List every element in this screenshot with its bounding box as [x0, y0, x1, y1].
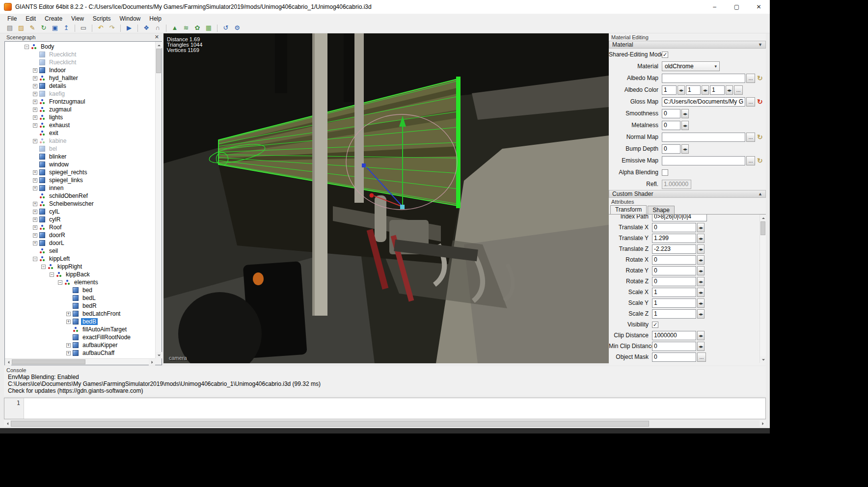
- scenegraph-node-bedL[interactable]: bedL: [5, 294, 155, 302]
- value-stepper-icon[interactable]: ◀▶: [697, 277, 705, 286]
- screenshot-icon[interactable]: ▭: [79, 24, 88, 32]
- albedo-color-1-field[interactable]: [686, 85, 701, 95]
- scrollbar-thumb[interactable]: [11, 421, 649, 427]
- expand-icon[interactable]: +: [33, 68, 37, 73]
- new-file-icon[interactable]: ▤: [5, 24, 15, 32]
- menu-create[interactable]: Create: [40, 14, 67, 23]
- browse-button[interactable]: ...: [746, 97, 755, 107]
- visibility-checkbox[interactable]: ✓: [652, 322, 658, 328]
- scroll-down-icon[interactable]: [760, 356, 766, 363]
- scenegraph-node-Body[interactable]: −Body: [5, 43, 155, 51]
- expand-icon[interactable]: +: [33, 100, 37, 104]
- smoothness-field[interactable]: [662, 109, 680, 118]
- export-file-icon[interactable]: ↥: [61, 24, 71, 32]
- terrain-sculpt-icon[interactable]: ▲: [170, 24, 180, 32]
- scenegraph-node-blinker[interactable]: blinker: [5, 153, 155, 161]
- scenegraph-node-window[interactable]: window: [5, 161, 155, 168]
- emissive-map-field[interactable]: [662, 156, 745, 165]
- attributes-vscrollbar[interactable]: [760, 215, 766, 363]
- scenegraph-vscrollbar[interactable]: [155, 42, 162, 358]
- expand-section-icon[interactable]: ▲: [758, 191, 762, 196]
- metalness-field[interactable]: [662, 121, 680, 130]
- shared-editing-mode-checkbox[interactable]: ✓: [662, 52, 668, 58]
- scenegraph-node-doorL[interactable]: +doorL: [5, 239, 155, 247]
- scenegraph-node-fillAutoAimTarget[interactable]: fillAutoAimTarget: [5, 325, 155, 333]
- expand-icon[interactable]: +: [33, 186, 37, 190]
- value-stepper-icon[interactable]: ◀▶: [702, 85, 709, 95]
- expand-icon[interactable]: +: [33, 202, 37, 206]
- value-stepper-icon[interactable]: ◀▶: [697, 288, 705, 297]
- collapse-section-icon[interactable]: ▼: [758, 42, 762, 47]
- save-file-icon[interactable]: ▣: [50, 24, 60, 32]
- menu-file[interactable]: File: [3, 14, 21, 23]
- expand-icon[interactable]: +: [33, 241, 37, 245]
- value-stepper-icon[interactable]: ◀▶: [697, 342, 705, 351]
- expand-icon[interactable]: +: [66, 351, 71, 355]
- gloss-map-field[interactable]: [662, 97, 745, 107]
- scale-z-field[interactable]: [652, 309, 696, 319]
- reload-map-icon[interactable]: ↻: [757, 75, 763, 81]
- scenegraph-node-spiegel_rechts[interactable]: +spiegel_rechts: [5, 168, 155, 176]
- scenegraph-node-kabine[interactable]: +kabine: [5, 137, 155, 145]
- expand-icon[interactable]: +: [33, 225, 37, 230]
- rotate-x-field[interactable]: [652, 255, 696, 265]
- reload-file-icon[interactable]: ↻: [39, 24, 49, 32]
- material-select[interactable]: oldChrome▾: [662, 61, 720, 71]
- reload-shaders-icon[interactable]: ↺: [221, 24, 231, 32]
- terrain-paint-icon[interactable]: ✿: [192, 24, 202, 32]
- collapse-icon[interactable]: −: [25, 45, 29, 49]
- scenegraph-node-exhaust[interactable]: +exhaust: [5, 121, 155, 129]
- collapse-icon[interactable]: −: [41, 265, 46, 269]
- scenegraph-node-kippBack[interactable]: −kippBack: [5, 271, 155, 278]
- reflection-field[interactable]: [662, 180, 691, 189]
- viewport-3d-scene[interactable]: [163, 33, 609, 363]
- translate-y-field[interactable]: [652, 234, 696, 243]
- terrain-smooth-icon[interactable]: ≋: [181, 24, 191, 32]
- value-stepper-icon[interactable]: ◀▶: [697, 234, 705, 243]
- scenegraph-node-lights[interactable]: +lights: [5, 113, 155, 121]
- browse-button[interactable]: ...: [734, 85, 743, 95]
- scenegraph-node-aufbauChaff[interactable]: +aufbauChaff: [5, 349, 155, 357]
- scrollbar-thumb[interactable]: [12, 359, 85, 364]
- value-stepper-icon[interactable]: ◀▶: [697, 309, 705, 319]
- scenegraph-node-Roof[interactable]: +Roof: [5, 223, 155, 231]
- scroll-down-icon[interactable]: [156, 352, 162, 358]
- scrollbar-thumb[interactable]: [156, 49, 161, 73]
- collapse-icon[interactable]: −: [58, 280, 62, 285]
- scenegraph-node-Ruecklicht[interactable]: Ruecklicht: [5, 51, 155, 58]
- value-stepper-icon[interactable]: ◀▶: [678, 85, 685, 95]
- expand-icon[interactable]: +: [66, 312, 71, 316]
- value-stepper-icon[interactable]: ◀▶: [681, 121, 689, 130]
- min-clip-distance-field[interactable]: [652, 342, 696, 351]
- play-icon[interactable]: ▶: [124, 24, 134, 32]
- scenegraph-node-doorR[interactable]: +doorR: [5, 231, 155, 239]
- scenegraph-node-innen[interactable]: +innen: [5, 184, 155, 192]
- browse-button[interactable]: ...: [746, 74, 755, 83]
- value-stepper-icon[interactable]: ◀▶: [697, 223, 705, 232]
- scenegraph-node-kippLeft[interactable]: −kippLeft: [5, 255, 155, 263]
- menu-edit[interactable]: Edit: [21, 14, 40, 23]
- scroll-right-icon[interactable]: [149, 359, 155, 365]
- value-stepper-icon[interactable]: ◀▶: [681, 144, 689, 154]
- albedo-color-0-field[interactable]: [662, 85, 677, 95]
- bottom-hscrollbar[interactable]: [4, 420, 766, 427]
- scenegraph-node-cylL[interactable]: +cylL: [5, 208, 155, 216]
- menu-scripts[interactable]: Scripts: [88, 14, 115, 23]
- scroll-up-icon[interactable]: [760, 215, 766, 221]
- scenegraph-node-aufbauKipper[interactable]: +aufbauKipper: [5, 341, 155, 349]
- value-stepper-icon[interactable]: ◀▶: [697, 266, 705, 275]
- rotate-y-field[interactable]: [652, 266, 696, 275]
- expand-icon[interactable]: +: [33, 178, 37, 183]
- scenegraph-node-bedLatchFront[interactable]: +bedLatchFront: [5, 310, 155, 318]
- expand-icon[interactable]: +: [66, 320, 71, 324]
- scenegraph-node-kippRight[interactable]: −kippRight: [5, 263, 155, 271]
- browse-button[interactable]: ...: [746, 156, 755, 165]
- value-stepper-icon[interactable]: ◀▶: [697, 298, 705, 308]
- translate-z-field[interactable]: [652, 244, 696, 254]
- scenegraph-node-seil[interactable]: seil: [5, 247, 155, 255]
- expand-icon[interactable]: +: [33, 217, 37, 222]
- scroll-up-icon[interactable]: [156, 42, 162, 48]
- expand-icon[interactable]: +: [33, 115, 37, 120]
- scrollbar-thumb[interactable]: [760, 221, 765, 235]
- expand-icon[interactable]: +: [33, 84, 37, 88]
